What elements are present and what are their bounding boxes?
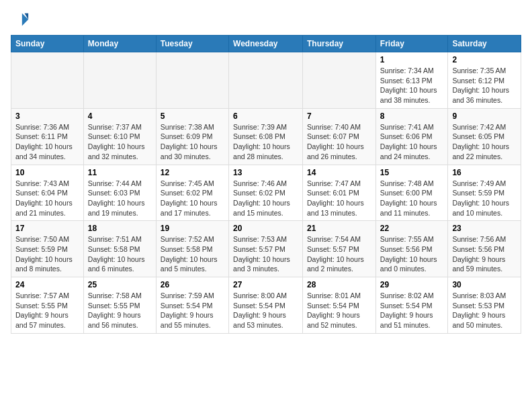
calendar-header-row: SundayMondayTuesdayWednesdayThursdayFrid…	[11, 36, 521, 52]
day-number: 26	[161, 280, 224, 289]
day-info: Sunrise: 7:47 AM Sunset: 6:01 PM Dayligh…	[307, 179, 371, 218]
day-info: Sunrise: 7:43 AM Sunset: 6:04 PM Dayligh…	[15, 179, 79, 218]
day-number: 25	[88, 280, 152, 289]
calendar-cell: 3Sunrise: 7:36 AM Sunset: 6:11 PM Daylig…	[11, 108, 84, 165]
day-info: Sunrise: 7:38 AM Sunset: 6:09 PM Dayligh…	[161, 122, 224, 162]
day-number: 1	[380, 55, 444, 64]
day-number: 29	[380, 280, 444, 289]
logo	[11, 11, 30, 30]
calendar-cell: 25Sunrise: 7:58 AM Sunset: 5:55 PM Dayli…	[83, 277, 156, 334]
calendar-cell: 24Sunrise: 7:57 AM Sunset: 5:55 PM Dayli…	[11, 277, 84, 334]
calendar-cell: 16Sunrise: 7:49 AM Sunset: 5:59 PM Dayli…	[448, 165, 521, 221]
calendar-cell: 27Sunrise: 8:00 AM Sunset: 5:54 PM Dayli…	[229, 277, 303, 334]
day-info: Sunrise: 7:55 AM Sunset: 5:56 PM Dayligh…	[380, 234, 444, 274]
day-number: 23	[452, 224, 517, 233]
day-info: Sunrise: 7:58 AM Sunset: 5:55 PM Dayligh…	[88, 291, 152, 330]
weekday-header-sunday: Sunday	[11, 36, 84, 52]
day-number: 14	[307, 168, 371, 177]
calendar-cell: 1Sunrise: 7:34 AM Sunset: 6:13 PM Daylig…	[375, 52, 448, 109]
day-info: Sunrise: 8:00 AM Sunset: 5:54 PM Dayligh…	[233, 291, 298, 330]
calendar-cell: 14Sunrise: 7:47 AM Sunset: 6:01 PM Dayli…	[303, 165, 376, 221]
day-number: 27	[233, 280, 298, 289]
calendar-cell: 23Sunrise: 7:56 AM Sunset: 5:56 PM Dayli…	[448, 221, 521, 277]
day-number: 10	[15, 168, 79, 177]
day-info: Sunrise: 7:56 AM Sunset: 5:56 PM Dayligh…	[452, 234, 517, 274]
week-row-3: 17Sunrise: 7:50 AM Sunset: 5:59 PM Dayli…	[11, 221, 521, 277]
calendar-cell	[229, 52, 303, 109]
calendar-cell: 8Sunrise: 7:41 AM Sunset: 6:06 PM Daylig…	[375, 108, 448, 165]
calendar-table: SundayMondayTuesdayWednesdayThursdayFrid…	[11, 35, 521, 334]
day-number: 30	[452, 280, 517, 289]
calendar-cell: 2Sunrise: 7:35 AM Sunset: 6:12 PM Daylig…	[448, 52, 521, 109]
day-number: 8	[380, 111, 444, 121]
calendar-cell	[11, 52, 84, 109]
weekday-header-thursday: Thursday	[303, 36, 376, 52]
day-info: Sunrise: 8:01 AM Sunset: 5:54 PM Dayligh…	[307, 291, 371, 330]
calendar-cell: 20Sunrise: 7:53 AM Sunset: 5:57 PM Dayli…	[229, 221, 303, 277]
day-info: Sunrise: 7:59 AM Sunset: 5:54 PM Dayligh…	[161, 291, 224, 330]
calendar-cell: 5Sunrise: 7:38 AM Sunset: 6:09 PM Daylig…	[156, 108, 228, 165]
page-header	[11, 11, 521, 30]
calendar-cell: 29Sunrise: 8:02 AM Sunset: 5:54 PM Dayli…	[375, 277, 448, 334]
day-info: Sunrise: 7:53 AM Sunset: 5:57 PM Dayligh…	[233, 234, 298, 274]
calendar-cell: 10Sunrise: 7:43 AM Sunset: 6:04 PM Dayli…	[11, 165, 84, 221]
day-number: 22	[380, 224, 444, 233]
weekday-header-saturday: Saturday	[448, 36, 521, 52]
calendar-cell: 21Sunrise: 7:54 AM Sunset: 5:57 PM Dayli…	[303, 221, 376, 277]
weekday-header-tuesday: Tuesday	[156, 36, 228, 52]
day-number: 21	[307, 224, 371, 233]
day-info: Sunrise: 7:49 AM Sunset: 5:59 PM Dayligh…	[452, 179, 517, 218]
day-number: 15	[380, 168, 444, 177]
calendar-cell: 12Sunrise: 7:45 AM Sunset: 6:02 PM Dayli…	[156, 165, 228, 221]
day-info: Sunrise: 7:39 AM Sunset: 6:08 PM Dayligh…	[233, 122, 298, 162]
calendar-cell: 22Sunrise: 7:55 AM Sunset: 5:56 PM Dayli…	[375, 221, 448, 277]
logo-icon	[11, 11, 30, 30]
day-number: 3	[15, 111, 79, 121]
calendar-cell: 18Sunrise: 7:51 AM Sunset: 5:58 PM Dayli…	[83, 221, 156, 277]
day-number: 2	[452, 55, 517, 64]
weekday-header-friday: Friday	[375, 36, 448, 52]
calendar-cell: 15Sunrise: 7:48 AM Sunset: 6:00 PM Dayli…	[375, 165, 448, 221]
day-info: Sunrise: 7:41 AM Sunset: 6:06 PM Dayligh…	[380, 122, 444, 162]
calendar-cell: 11Sunrise: 7:44 AM Sunset: 6:03 PM Dayli…	[83, 165, 156, 221]
calendar-cell: 17Sunrise: 7:50 AM Sunset: 5:59 PM Dayli…	[11, 221, 84, 277]
day-info: Sunrise: 7:51 AM Sunset: 5:58 PM Dayligh…	[88, 234, 152, 274]
day-number: 11	[88, 168, 152, 177]
calendar-cell	[156, 52, 228, 109]
week-row-2: 10Sunrise: 7:43 AM Sunset: 6:04 PM Dayli…	[11, 165, 521, 221]
day-number: 17	[15, 224, 79, 233]
calendar-cell: 9Sunrise: 7:42 AM Sunset: 6:05 PM Daylig…	[448, 108, 521, 165]
weekday-header-wednesday: Wednesday	[229, 36, 303, 52]
day-number: 20	[233, 224, 298, 233]
calendar-cell	[83, 52, 156, 109]
calendar-cell: 4Sunrise: 7:37 AM Sunset: 6:10 PM Daylig…	[83, 108, 156, 165]
day-number: 28	[307, 280, 371, 289]
day-number: 4	[88, 111, 152, 121]
calendar-cell: 28Sunrise: 8:01 AM Sunset: 5:54 PM Dayli…	[303, 277, 376, 334]
day-number: 16	[452, 168, 517, 177]
day-number: 24	[15, 280, 79, 289]
calendar-cell: 7Sunrise: 7:40 AM Sunset: 6:07 PM Daylig…	[303, 108, 376, 165]
week-row-1: 3Sunrise: 7:36 AM Sunset: 6:11 PM Daylig…	[11, 108, 521, 165]
day-info: Sunrise: 8:02 AM Sunset: 5:54 PM Dayligh…	[380, 291, 444, 330]
day-number: 5	[161, 111, 224, 121]
day-info: Sunrise: 7:45 AM Sunset: 6:02 PM Dayligh…	[161, 179, 224, 218]
day-number: 18	[88, 224, 152, 233]
calendar-cell: 19Sunrise: 7:52 AM Sunset: 5:58 PM Dayli…	[156, 221, 228, 277]
day-number: 9	[452, 111, 517, 121]
day-info: Sunrise: 7:46 AM Sunset: 6:02 PM Dayligh…	[233, 179, 298, 218]
calendar-cell: 6Sunrise: 7:39 AM Sunset: 6:08 PM Daylig…	[229, 108, 303, 165]
day-info: Sunrise: 7:48 AM Sunset: 6:00 PM Dayligh…	[380, 179, 444, 218]
day-info: Sunrise: 7:44 AM Sunset: 6:03 PM Dayligh…	[88, 179, 152, 218]
day-info: Sunrise: 7:35 AM Sunset: 6:12 PM Dayligh…	[452, 66, 517, 105]
weekday-header-monday: Monday	[83, 36, 156, 52]
day-info: Sunrise: 7:34 AM Sunset: 6:13 PM Dayligh…	[380, 66, 444, 105]
day-number: 13	[233, 168, 298, 177]
calendar-cell: 30Sunrise: 8:03 AM Sunset: 5:53 PM Dayli…	[448, 277, 521, 334]
calendar-cell: 13Sunrise: 7:46 AM Sunset: 6:02 PM Dayli…	[229, 165, 303, 221]
day-info: Sunrise: 8:03 AM Sunset: 5:53 PM Dayligh…	[452, 291, 517, 330]
day-number: 6	[233, 111, 298, 121]
day-info: Sunrise: 7:40 AM Sunset: 6:07 PM Dayligh…	[307, 122, 371, 162]
week-row-4: 24Sunrise: 7:57 AM Sunset: 5:55 PM Dayli…	[11, 277, 521, 334]
calendar-cell: 26Sunrise: 7:59 AM Sunset: 5:54 PM Dayli…	[156, 277, 228, 334]
